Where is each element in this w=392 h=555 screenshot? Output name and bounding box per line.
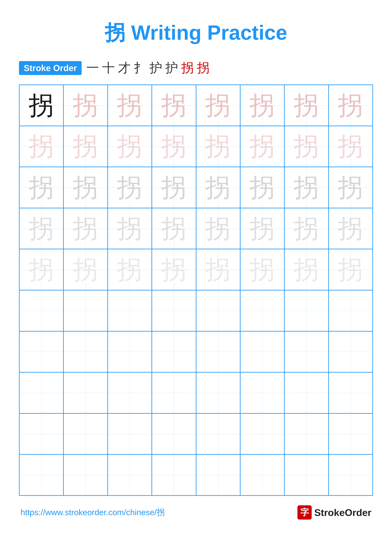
grid-cell-r2c2[interactable]: 拐 xyxy=(64,126,107,167)
grid-cell-r1c7[interactable]: 拐 xyxy=(284,85,328,126)
grid-cell-r4c2[interactable]: 拐 xyxy=(64,208,107,249)
grid-cell-r7c2[interactable] xyxy=(64,331,107,372)
grid-cell-r9c5[interactable] xyxy=(196,413,240,454)
grid-cell-r7c5[interactable] xyxy=(196,331,240,372)
grid-cell-r8c3[interactable] xyxy=(108,372,152,413)
grid-cell-r3c1[interactable]: 拐 xyxy=(19,167,64,208)
grid-cell-r1c6[interactable]: 拐 xyxy=(240,85,284,126)
grid-cell-r1c4[interactable]: 拐 xyxy=(152,85,196,126)
grid-cell-r8c2[interactable] xyxy=(64,372,107,413)
grid-cell-r8c7[interactable] xyxy=(284,372,328,413)
grid-cell-r5c2[interactable]: 拐 xyxy=(64,249,107,290)
grid-cell-r7c8[interactable] xyxy=(328,331,373,372)
grid-cell-r6c5[interactable] xyxy=(196,290,240,331)
grid-cell-r10c5[interactable] xyxy=(196,454,240,496)
grid-cell-r1c1[interactable]: 拐 xyxy=(19,85,64,126)
footer-logo-icon: 字 xyxy=(297,505,312,519)
grid-cell-r3c3[interactable]: 拐 xyxy=(108,167,152,208)
grid-cell-r3c2[interactable]: 拐 xyxy=(64,167,107,208)
grid-cell-r6c4[interactable] xyxy=(152,290,196,331)
grid-cell-r3c6[interactable]: 拐 xyxy=(240,167,284,208)
stroke-sequence: 一 十 才 扌 护 护 拐 拐 xyxy=(86,59,210,77)
stroke-seq-2: 十 xyxy=(102,59,115,77)
grid-cell-r2c3[interactable]: 拐 xyxy=(108,126,152,167)
grid-cell-r9c6[interactable] xyxy=(240,413,284,454)
grid-cell-r3c8[interactable]: 拐 xyxy=(328,167,373,208)
grid-cell-r2c8[interactable]: 拐 xyxy=(328,126,373,167)
char-display: 拐 xyxy=(161,134,187,159)
grid-cell-r9c8[interactable] xyxy=(328,413,373,454)
grid-cell-r4c6[interactable]: 拐 xyxy=(240,208,284,249)
grid-cell-r4c5[interactable]: 拐 xyxy=(196,208,240,249)
grid-cell-r9c4[interactable] xyxy=(152,413,196,454)
grid-cell-r7c7[interactable] xyxy=(284,331,328,372)
grid-cell-r10c6[interactable] xyxy=(240,454,284,496)
char-display: 拐 xyxy=(205,134,231,159)
grid-cell-r6c8[interactable] xyxy=(328,290,373,331)
grid-cell-r6c7[interactable] xyxy=(284,290,328,331)
grid-cell-r5c7[interactable]: 拐 xyxy=(284,249,328,290)
stroke-seq-1: 一 xyxy=(86,59,99,77)
char-display: 拐 xyxy=(250,216,275,241)
grid-cell-r1c8[interactable]: 拐 xyxy=(328,85,373,126)
stroke-seq-8: 拐 xyxy=(197,59,210,77)
grid-cell-r9c2[interactable] xyxy=(64,413,107,454)
footer-url[interactable]: https://www.strokeorder.com/chinese/拐 xyxy=(21,507,165,518)
grid-cell-r4c3[interactable]: 拐 xyxy=(108,208,152,249)
char-display: 拐 xyxy=(205,216,231,241)
grid-cell-r10c7[interactable] xyxy=(284,454,328,496)
grid-cell-r5c4[interactable]: 拐 xyxy=(152,249,196,290)
grid-cell-r9c3[interactable] xyxy=(108,413,152,454)
grid-cell-r3c5[interactable]: 拐 xyxy=(196,167,240,208)
grid-cell-r5c1[interactable]: 拐 xyxy=(19,249,64,290)
char-display: 拐 xyxy=(294,175,319,200)
grid-cell-r10c1[interactable] xyxy=(19,454,64,496)
grid-cell-r9c7[interactable] xyxy=(284,413,328,454)
grid-cell-r6c6[interactable] xyxy=(240,290,284,331)
grid-cell-r10c4[interactable] xyxy=(152,454,196,496)
grid-cell-r1c5[interactable]: 拐 xyxy=(196,85,240,126)
char-display: 拐 xyxy=(250,93,275,118)
grid-cell-r3c4[interactable]: 拐 xyxy=(152,167,196,208)
char-display: 拐 xyxy=(117,134,142,159)
grid-cell-r4c8[interactable]: 拐 xyxy=(328,208,373,249)
char-display: 拐 xyxy=(73,257,98,282)
grid-cell-r10c2[interactable] xyxy=(64,454,107,496)
grid-cell-r8c6[interactable] xyxy=(240,372,284,413)
grid-cell-r5c5[interactable]: 拐 xyxy=(196,249,240,290)
stroke-order-row: Stroke Order 一 十 才 扌 护 护 拐 拐 xyxy=(19,59,373,77)
grid-cell-r7c3[interactable] xyxy=(108,331,152,372)
grid-cell-r10c8[interactable] xyxy=(328,454,373,496)
grid-cell-r6c3[interactable] xyxy=(108,290,152,331)
stroke-seq-6: 护 xyxy=(165,59,178,77)
grid-cell-r5c3[interactable]: 拐 xyxy=(108,249,152,290)
grid-cell-r7c6[interactable] xyxy=(240,331,284,372)
char-display: 拐 xyxy=(117,257,142,282)
grid-cell-r2c4[interactable]: 拐 xyxy=(152,126,196,167)
grid-cell-r8c8[interactable] xyxy=(328,372,373,413)
grid-cell-r8c1[interactable] xyxy=(19,372,64,413)
grid-cell-r2c1[interactable]: 拐 xyxy=(19,126,64,167)
grid-cell-r10c3[interactable] xyxy=(108,454,152,496)
footer-logo: 字 StrokeOrder xyxy=(297,505,371,519)
grid-cell-r2c6[interactable]: 拐 xyxy=(240,126,284,167)
char-display: 拐 xyxy=(205,93,231,118)
grid-cell-r8c4[interactable] xyxy=(152,372,196,413)
grid-cell-r2c5[interactable]: 拐 xyxy=(196,126,240,167)
footer-logo-text: StrokeOrder xyxy=(314,507,371,518)
grid-cell-r9c1[interactable] xyxy=(19,413,64,454)
grid-cell-r4c7[interactable]: 拐 xyxy=(284,208,328,249)
grid-cell-r4c4[interactable]: 拐 xyxy=(152,208,196,249)
grid-cell-r4c1[interactable]: 拐 xyxy=(19,208,64,249)
grid-cell-r8c5[interactable] xyxy=(196,372,240,413)
grid-cell-r3c7[interactable]: 拐 xyxy=(284,167,328,208)
grid-cell-r5c6[interactable]: 拐 xyxy=(240,249,284,290)
grid-cell-r1c3[interactable]: 拐 xyxy=(108,85,152,126)
grid-cell-r7c1[interactable] xyxy=(19,331,64,372)
grid-cell-r6c2[interactable] xyxy=(64,290,107,331)
grid-cell-r7c4[interactable] xyxy=(152,331,196,372)
grid-cell-r2c7[interactable]: 拐 xyxy=(284,126,328,167)
grid-cell-r5c8[interactable]: 拐 xyxy=(328,249,373,290)
grid-cell-r1c2[interactable]: 拐 xyxy=(64,85,107,126)
grid-cell-r6c1[interactable] xyxy=(19,290,64,331)
